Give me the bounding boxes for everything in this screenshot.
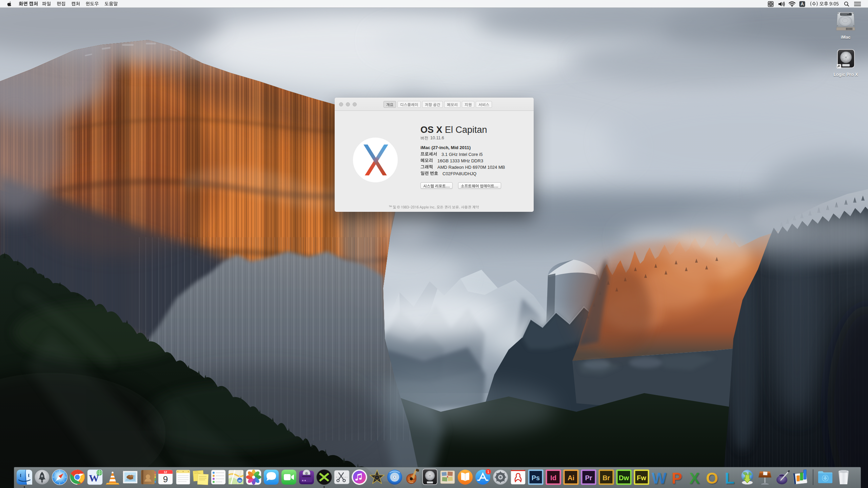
svg-text:Fw: Fw xyxy=(637,474,646,482)
svg-text:3D: 3D xyxy=(238,479,241,482)
svg-text:Ai: Ai xyxy=(568,474,574,482)
svg-text:Br: Br xyxy=(603,474,610,482)
svg-text:Id: Id xyxy=(550,474,556,482)
svg-text:1: 1 xyxy=(487,470,489,474)
svg-text:Dw: Dw xyxy=(619,474,629,482)
svg-text:Ps: Ps xyxy=(532,474,540,482)
svg-text:9: 9 xyxy=(163,474,168,484)
svg-text:A: A xyxy=(801,2,804,6)
svg-text:X: X xyxy=(689,469,700,486)
svg-text:W: W xyxy=(652,469,667,486)
svg-text:P: P xyxy=(672,469,682,486)
svg-text:Pr: Pr xyxy=(585,474,592,482)
svg-text:L: L xyxy=(725,469,734,486)
svg-text:O: O xyxy=(706,469,718,486)
svg-text:12: 12 xyxy=(164,470,167,474)
